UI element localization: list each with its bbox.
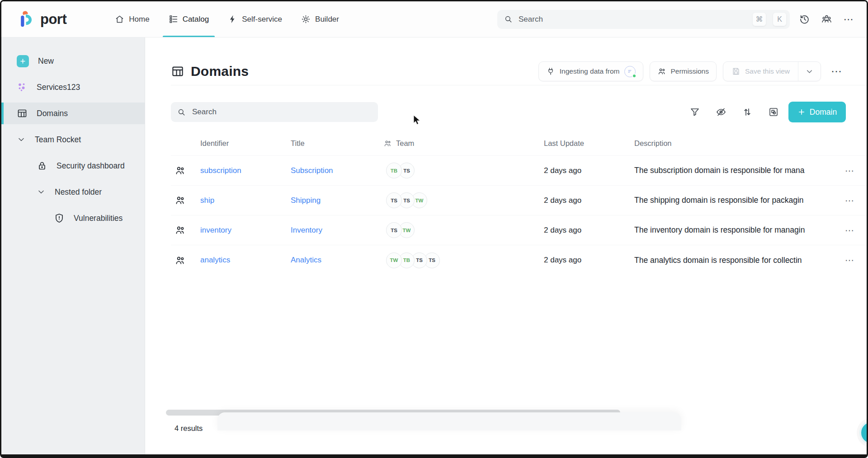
lock-icon <box>37 160 47 171</box>
sidebar-item-domains[interactable]: Domains <box>1 103 145 124</box>
row-more-button[interactable]: ⋯ <box>833 166 867 176</box>
sidebar-folder-team-rocket[interactable]: Team Rocket <box>1 129 145 150</box>
nav-label: Builder <box>315 15 339 24</box>
avatar[interactable]: TS <box>386 192 402 208</box>
identifier-link[interactable]: subscription <box>200 166 241 175</box>
domain-entity-icon <box>175 195 186 206</box>
search-icon <box>504 15 513 23</box>
description: The inventory domain is responsible for … <box>634 225 833 235</box>
save-view-label: Save this view <box>745 67 790 75</box>
top-navbar: port Home Catalog Self-service Builder <box>1 1 867 37</box>
title-link[interactable]: Analytics <box>291 256 321 264</box>
title-link[interactable]: Inventory <box>291 226 322 234</box>
col-last-update: Last Update <box>544 139 634 148</box>
add-domain-button[interactable]: Domain <box>788 102 846 122</box>
sidebar-item-label: Domains <box>37 109 68 118</box>
people-group-icon <box>821 14 832 25</box>
table-icon <box>171 65 184 78</box>
sidebar-item-label: Security dashboard <box>57 161 125 171</box>
history-icon <box>799 14 810 25</box>
domain-entity-icon <box>175 224 186 236</box>
table-header: Identifier Title Team Last Update Descri… <box>171 131 867 156</box>
chevron-down-icon <box>37 187 46 196</box>
plug-icon <box>546 67 555 76</box>
k-key-badge: K <box>773 12 787 26</box>
nav-item-home[interactable]: Home <box>105 1 159 37</box>
save-view-dropdown[interactable] <box>798 62 821 81</box>
last-update: 2 days ago <box>544 226 634 235</box>
org-members-button[interactable] <box>818 11 835 28</box>
identifier-link[interactable]: ship <box>200 196 214 205</box>
sidebar-folder-nested-folder[interactable]: Nested folder <box>1 181 145 203</box>
group-by-button[interactable] <box>763 103 784 121</box>
chevron-down-icon <box>17 135 26 144</box>
table-row: inventory Inventory TS TW 2 days ago The… <box>171 215 867 245</box>
topbar-more-button[interactable]: ⋯ <box>840 11 857 28</box>
cmd-key-badge: ⌘ <box>752 12 766 26</box>
title-link[interactable]: Subscription <box>291 166 333 175</box>
avatar[interactable]: TW <box>386 252 402 268</box>
app-window: port Home Catalog Self-service Builder <box>0 0 868 458</box>
identifier-link[interactable]: inventory <box>200 226 231 234</box>
global-search[interactable]: ⌘ K <box>497 10 790 29</box>
team-avatars: TS TW <box>383 222 544 238</box>
sort-button[interactable] <box>737 103 758 121</box>
row-more-button[interactable]: ⋯ <box>833 196 867 206</box>
bottom-sheet-edge <box>217 412 681 430</box>
plus-icon <box>797 108 806 116</box>
table-toolbar: Domain <box>171 102 846 122</box>
hide-columns-button[interactable] <box>711 103 731 121</box>
last-update: 2 days ago <box>544 256 634 265</box>
sidebar-item-security-dashboard[interactable]: Security dashboard <box>1 155 145 177</box>
title-link[interactable]: Shipping <box>291 196 321 205</box>
page-actions: Ingesting data from Permissions <box>538 61 846 81</box>
save-view-button-group: Save this view <box>723 61 821 81</box>
team-avatars: TW TB TS TS <box>383 252 544 268</box>
global-search-input[interactable] <box>518 14 746 24</box>
sidebar-item-label: Team Rocket <box>35 135 81 145</box>
sidebar-item-label: Vulnerabilities <box>74 214 123 223</box>
description: The analytics domain is responsible for … <box>634 256 833 265</box>
port-logo[interactable]: port <box>18 10 66 29</box>
page-title: Domains <box>171 64 249 79</box>
nav-item-self-service[interactable]: Self-service <box>218 1 292 37</box>
permissions-button[interactable]: Permissions <box>650 61 717 81</box>
sidebar-item-vulnerabilities[interactable]: Vulnerabilities <box>1 207 145 229</box>
shield-alert-icon <box>54 213 65 224</box>
ingesting-data-button[interactable]: Ingesting data from <box>538 61 643 81</box>
table-search-input[interactable] <box>191 107 372 117</box>
search-icon <box>177 108 186 117</box>
avatar[interactable]: TS <box>386 222 402 238</box>
col-team: Team <box>383 139 544 148</box>
filter-button[interactable] <box>684 103 705 121</box>
nav-item-catalog[interactable]: Catalog <box>159 1 219 37</box>
table-row: subscription Subscription TB TS 2 days a… <box>171 156 867 186</box>
page-more-button[interactable]: ⋯ <box>827 64 846 79</box>
table-icon <box>17 108 28 119</box>
nav-label: Self-service <box>242 15 282 24</box>
domains-table: Identifier Title Team Last Update Descri… <box>171 131 867 275</box>
eye-slash-icon <box>716 107 726 117</box>
sort-icon <box>742 107 753 117</box>
identifier-link[interactable]: analytics <box>200 256 230 264</box>
table-search[interactable] <box>171 102 378 122</box>
history-button[interactable] <box>796 11 812 28</box>
last-update: 2 days ago <box>544 196 634 205</box>
nav-item-builder[interactable]: Builder <box>292 1 349 37</box>
avatar[interactable]: TB <box>386 163 402 178</box>
row-more-button[interactable]: ⋯ <box>833 255 867 265</box>
row-more-button[interactable]: ⋯ <box>833 225 867 235</box>
last-update: 2 days ago <box>544 166 634 175</box>
team-avatars: TB TS <box>383 163 544 178</box>
filter-icon <box>689 107 700 117</box>
save-icon <box>731 67 741 76</box>
chevron-down-icon <box>805 67 814 76</box>
lightning-icon <box>228 14 237 24</box>
sidebar-item-new[interactable]: New <box>1 50 145 72</box>
col-title: Title <box>291 139 383 148</box>
team-avatars: TS TS TW <box>383 192 544 208</box>
sidebar-item-services123[interactable]: Services123 <box>1 76 145 98</box>
plus-icon <box>17 55 29 67</box>
save-view-button: Save this view <box>723 62 798 81</box>
main-content: Domains Ingesting data from Permissions <box>145 37 867 454</box>
